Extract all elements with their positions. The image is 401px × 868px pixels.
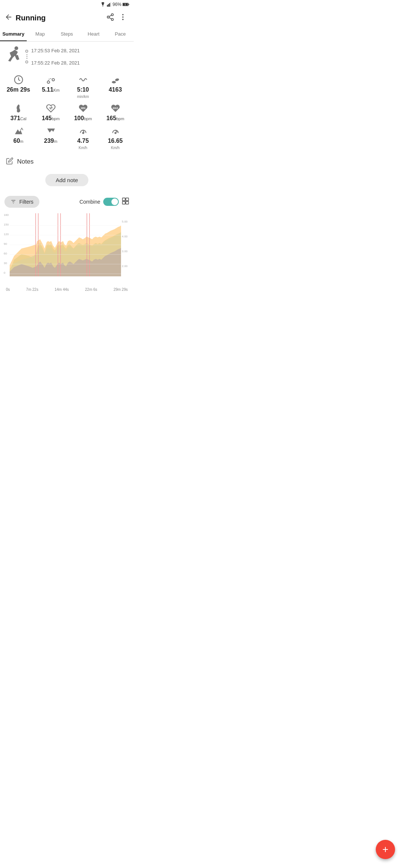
back-button[interactable] bbox=[4, 13, 13, 23]
chart-controls: Filters Combine bbox=[0, 192, 134, 211]
x-label-1: 7m 22s bbox=[26, 287, 38, 292]
x-label-0: 0s bbox=[6, 287, 10, 292]
heart-max-icon: MAX bbox=[111, 103, 120, 114]
x-label-4: 29m 29s bbox=[114, 287, 128, 292]
stat-elev-up: 60m bbox=[3, 126, 34, 150]
steps-value: 4163 bbox=[109, 86, 122, 93]
stat-heart-max: MAX 165bpm bbox=[100, 103, 131, 122]
svg-text:150: 150 bbox=[4, 223, 9, 226]
svg-text:30: 30 bbox=[4, 262, 7, 265]
svg-rect-29 bbox=[126, 198, 129, 201]
svg-point-15 bbox=[14, 46, 18, 50]
notes-section: Notes bbox=[0, 153, 134, 170]
svg-rect-3 bbox=[110, 2, 111, 7]
heart-min-icon: MIN bbox=[78, 103, 88, 114]
page-title: Running bbox=[16, 14, 104, 22]
svg-point-9 bbox=[111, 18, 114, 20]
combine-icon bbox=[122, 197, 129, 206]
filter-icon bbox=[10, 199, 16, 205]
heart-avg-value: 145bpm bbox=[42, 115, 59, 122]
svg-point-24 bbox=[115, 132, 116, 134]
distance-icon bbox=[46, 75, 56, 85]
app-bar: Running bbox=[0, 9, 134, 27]
elev-down-value: 239m bbox=[44, 138, 58, 144]
tab-bar: Summary Map Steps Heart Pace bbox=[0, 27, 134, 42]
add-note-container: Add note bbox=[0, 170, 134, 192]
calories-icon bbox=[14, 103, 23, 114]
chart-x-labels: 0s 7m 22s 14m 44s 22m 6s 29m 29s bbox=[3, 287, 131, 292]
combined-chart: 180 150 120 90 60 30 0 5.00 4.00 3.00 2.… bbox=[3, 211, 131, 286]
svg-point-18 bbox=[52, 79, 55, 81]
stat-steps: 4163 bbox=[100, 75, 131, 99]
speed-avg-value: 4.75 bbox=[77, 138, 89, 144]
filters-button[interactable]: Filters bbox=[4, 196, 39, 208]
svg-point-14 bbox=[122, 19, 124, 20]
signal-icon bbox=[107, 2, 111, 7]
svg-line-10 bbox=[109, 17, 111, 19]
heart-min-value: 100bpm bbox=[74, 115, 92, 122]
run-header: 17:25:53 Feb 28, 2021 17:55:22 Feb 28, 2… bbox=[0, 42, 134, 72]
more-button[interactable] bbox=[117, 11, 129, 24]
svg-text:MIN: MIN bbox=[81, 107, 85, 109]
distance-value: 5.11Km bbox=[42, 86, 60, 93]
share-button[interactable] bbox=[104, 11, 117, 24]
tab-steps[interactable]: Steps bbox=[53, 27, 80, 41]
pace-value: 5:10 bbox=[77, 86, 89, 93]
svg-text:60: 60 bbox=[4, 252, 7, 255]
notes-label: Notes bbox=[17, 158, 33, 165]
elevation-up-icon bbox=[14, 126, 23, 136]
clock-icon bbox=[14, 75, 23, 85]
svg-point-19 bbox=[112, 81, 116, 83]
filters-label: Filters bbox=[19, 199, 33, 205]
combine-row: Combine bbox=[79, 197, 129, 206]
end-dot bbox=[25, 60, 28, 63]
combine-label: Combine bbox=[79, 199, 100, 205]
start-time: 17:25:53 Feb 28, 2021 bbox=[31, 48, 80, 53]
svg-text:120: 120 bbox=[4, 233, 9, 236]
calories-value: 371Cal bbox=[10, 115, 26, 122]
stat-distance: 5.11Km bbox=[35, 75, 66, 99]
tab-pace[interactable]: Pace bbox=[107, 27, 134, 41]
heart-max-value: 165bpm bbox=[106, 115, 124, 122]
heart-avg-icon bbox=[46, 103, 56, 114]
elevation-down-icon bbox=[46, 126, 56, 136]
stat-heart-min: MIN 100bpm bbox=[68, 103, 98, 122]
svg-text:90: 90 bbox=[4, 242, 7, 246]
svg-point-23 bbox=[82, 132, 84, 134]
svg-text:180: 180 bbox=[4, 213, 9, 217]
tab-summary[interactable]: Summary bbox=[0, 27, 27, 41]
pace-unit: min/km bbox=[77, 95, 89, 99]
x-label-3: 22m 6s bbox=[85, 287, 97, 292]
svg-rect-2 bbox=[109, 3, 110, 7]
stat-speed-max: 16.65 Km/h bbox=[100, 126, 131, 150]
add-note-button[interactable]: Add note bbox=[45, 174, 88, 186]
steps-icon bbox=[111, 75, 120, 85]
svg-text:3.00: 3.00 bbox=[122, 250, 128, 253]
svg-rect-1 bbox=[108, 4, 109, 7]
stat-calories: 371Cal bbox=[3, 103, 34, 122]
combine-toggle[interactable] bbox=[103, 198, 119, 206]
duration-value: 26m 29s bbox=[7, 86, 30, 93]
svg-rect-0 bbox=[107, 5, 108, 7]
wifi-icon bbox=[100, 2, 106, 7]
end-time: 17:55:22 Feb 28, 2021 bbox=[31, 60, 80, 66]
svg-line-11 bbox=[109, 15, 111, 16]
stat-heart-avg: 145bpm bbox=[35, 103, 66, 122]
pace-icon bbox=[78, 75, 88, 85]
stats-grid: 26m 29s 5.11Km 5:10 min/km 4163 371C bbox=[0, 72, 134, 153]
svg-point-8 bbox=[107, 16, 110, 18]
speed-max-icon bbox=[111, 126, 120, 136]
speed-max-value: 16.65 bbox=[108, 138, 123, 144]
tab-map[interactable]: Map bbox=[27, 27, 53, 41]
svg-text:5.00: 5.00 bbox=[122, 220, 128, 223]
svg-text:2.00: 2.00 bbox=[122, 264, 128, 268]
speed-avg-icon bbox=[78, 126, 88, 136]
battery-percent: 96% bbox=[113, 2, 121, 7]
svg-point-13 bbox=[122, 16, 124, 18]
svg-point-20 bbox=[115, 78, 119, 81]
chart-container: 180 150 120 90 60 30 0 5.00 4.00 3.00 2.… bbox=[0, 211, 134, 293]
stat-elev-down: 239m bbox=[35, 126, 66, 150]
svg-text:MAX: MAX bbox=[113, 107, 118, 109]
tab-heart[interactable]: Heart bbox=[80, 27, 107, 41]
speed-avg-unit: Km/h bbox=[79, 146, 87, 150]
